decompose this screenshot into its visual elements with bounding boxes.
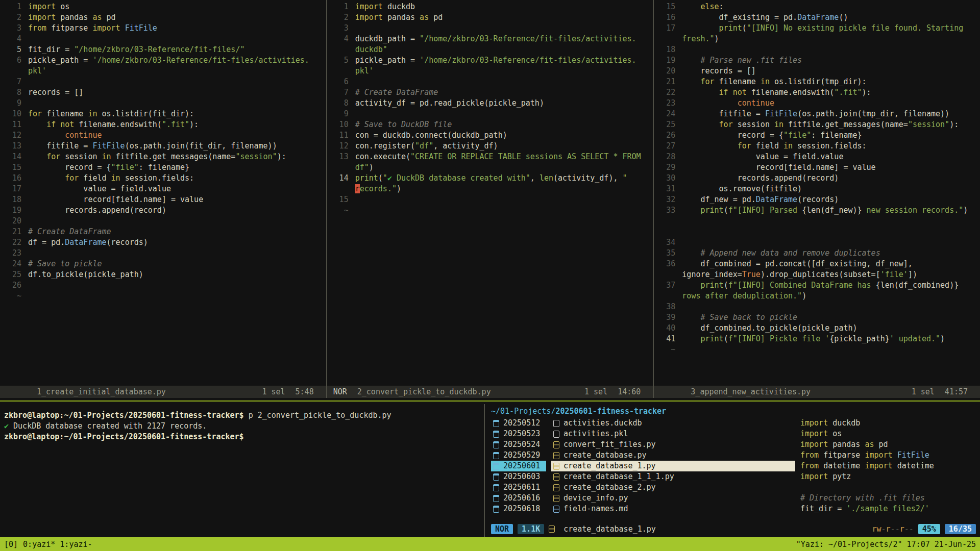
preview-line[interactable] — [800, 482, 976, 493]
code-line[interactable]: 26 record = {"file": filename} — [654, 130, 980, 141]
code-line[interactable]: 21# Create DataFrame — [0, 227, 326, 237]
code-line[interactable]: 5fit_dir = "/home/zkbro/03-Reference/fit… — [0, 44, 326, 55]
dir-item[interactable]: 20250529 — [491, 450, 546, 461]
preview-line[interactable]: import pandas as pd — [800, 439, 976, 450]
code-line[interactable]: 41 print(f"[INFO] Pickle file '{pickle_p… — [654, 334, 980, 344]
code-line[interactable]: 32 df_new = pd.DataFrame(records) — [654, 194, 980, 205]
code-line[interactable]: 9 — [0, 98, 326, 109]
code-area[interactable]: 1import duckdb2import pandas as pd34duck… — [327, 0, 653, 386]
code-line[interactable]: ignore_index=True).drop_duplicates(subse… — [654, 269, 980, 280]
code-line[interactable]: 36 df_combined = pd.concat([df_existing,… — [654, 259, 980, 269]
code-line[interactable]: 15 else: — [654, 2, 980, 12]
code-area[interactable]: 15 else:16 df_existing = pd.DataFrame()1… — [654, 0, 980, 386]
code-line[interactable]: 3from fitparse import FitFile — [0, 23, 326, 34]
terminal-line[interactable]: ✔ DuckDB database created with 2127 reco… — [4, 421, 484, 432]
code-line[interactable]: df") — [327, 162, 653, 173]
file-item[interactable]: field-names.md — [551, 504, 795, 514]
dir-item[interactable]: 20250603 — [491, 471, 546, 482]
code-line[interactable]: 18 — [654, 44, 980, 55]
dir-item[interactable]: 20250611 — [491, 482, 546, 493]
file-item[interactable]: create_database.py — [551, 450, 795, 461]
dir-item[interactable]: 20250512 — [491, 418, 546, 429]
code-line[interactable]: 10# Save to DuckDB file — [327, 119, 653, 130]
code-line[interactable]: 19 # Parse new .fit files — [654, 55, 980, 66]
code-line[interactable]: 10for filename in os.listdir(fit_dir): — [0, 109, 326, 119]
code-line[interactable]: 6pickle_path = '/home/zkbro/03-Reference… — [0, 55, 326, 66]
code-line[interactable]: pkl' — [0, 66, 326, 77]
code-line[interactable]: ~ — [0, 291, 326, 302]
preview-line[interactable]: import os — [800, 429, 976, 439]
code-line[interactable]: 4duckdb_path = "/home/zkbro/03-Reference… — [327, 34, 653, 44]
code-line[interactable]: pkl' — [327, 66, 653, 77]
code-line[interactable]: 20 records = [] — [654, 66, 980, 77]
code-line[interactable]: 1import duckdb — [327, 2, 653, 12]
code-line[interactable]: ~ — [327, 205, 653, 216]
code-line[interactable]: 19 records.append(record) — [0, 205, 326, 216]
dir-item[interactable]: 20250524 — [491, 439, 546, 450]
code-line[interactable]: 14 for session in fitfile.get_messages(n… — [0, 152, 326, 162]
terminal-line[interactable]: zkbro@laptop:~/01-Projects/20250601-fitn… — [4, 410, 484, 421]
code-line[interactable]: 15 record = {"file": filename} — [0, 162, 326, 173]
file-item[interactable]: create_database_1_1_1.py — [551, 471, 795, 482]
preview-line[interactable]: from fitparse import FitFile — [800, 450, 976, 461]
code-line[interactable]: 25df.to_pickle(pickle_path) — [0, 269, 326, 280]
code-line[interactable] — [654, 227, 980, 237]
code-line[interactable]: 16 for field in session.fields: — [0, 173, 326, 184]
code-line[interactable]: 38 — [654, 302, 980, 312]
file-item[interactable]: create_database_2.py — [551, 482, 795, 493]
code-line[interactable]: 20 — [0, 216, 326, 227]
dir-item[interactable]: 20250601 — [491, 461, 546, 471]
code-line[interactable]: 27 for field in session.fields: — [654, 141, 980, 152]
code-line[interactable]: 17 value = field.value — [0, 184, 326, 194]
code-line[interactable]: 5pickle_path = '/home/zkbro/03-Reference… — [327, 55, 653, 66]
code-line[interactable]: 7# Create DataFrame — [327, 87, 653, 98]
code-line[interactable]: fresh.") — [654, 34, 980, 44]
preview-line[interactable]: import duckdb — [800, 418, 976, 429]
file-item[interactable]: create_database_1.py — [551, 461, 795, 471]
code-line[interactable]: 34 — [654, 237, 980, 248]
code-line[interactable]: 2import pandas as pd — [0, 12, 326, 23]
code-line[interactable]: 8activity_df = pd.read_pickle(pickle_pat… — [327, 98, 653, 109]
code-line[interactable]: 7 — [0, 77, 326, 87]
file-item[interactable]: activities.duckdb — [551, 418, 795, 429]
code-line[interactable]: 22 if not filename.endswith(".fit"): — [654, 87, 980, 98]
code-line[interactable]: 2import pandas as pd — [327, 12, 653, 23]
code-line[interactable]: 4 — [0, 34, 326, 44]
file-item[interactable]: activities.pkl — [551, 429, 795, 439]
code-line[interactable]: 40 df_combined.to_pickle(pickle_path) — [654, 323, 980, 334]
preview-line[interactable]: import pytz — [800, 471, 976, 482]
code-line[interactable]: 13con.execute("CREATE OR REPLACE TABLE s… — [327, 152, 653, 162]
code-line[interactable]: 17 print("[INFO] No existing pickle file… — [654, 23, 980, 34]
preview-line[interactable]: from datetime import datetime — [800, 461, 976, 471]
code-line[interactable]: 13 fitfile = FitFile(os.path.join(fit_di… — [0, 141, 326, 152]
dir-item[interactable]: 20250618 — [491, 504, 546, 514]
code-line[interactable]: 37 print(f"[INFO] Combined DataFrame has… — [654, 280, 980, 291]
code-line[interactable]: 3 — [327, 23, 653, 34]
window-list[interactable]: 0:yazi* 1:yazi- — [23, 540, 92, 549]
code-line[interactable]: 24# Save to pickle — [0, 259, 326, 269]
code-line[interactable]: 22df = pd.DataFrame(records) — [0, 237, 326, 248]
code-line[interactable]: 35 # Append new data and remove duplicat… — [654, 248, 980, 259]
code-line[interactable]: 14print("✔ DuckDB database created with"… — [327, 173, 653, 184]
code-line[interactable]: 1import os — [0, 2, 326, 12]
code-line[interactable]: 26 — [0, 280, 326, 291]
code-line[interactable]: 28 value = field.value — [654, 152, 980, 162]
code-line[interactable]: 16 df_existing = pd.DataFrame() — [654, 12, 980, 23]
pane-divider-horizontal[interactable] — [0, 398, 980, 404]
code-line[interactable]: 9 — [327, 109, 653, 119]
code-line[interactable]: 18 record[field.name] = value — [0, 194, 326, 205]
code-line[interactable]: 39 # Save back to pickle — [654, 312, 980, 323]
preview-line[interactable]: # Directory with .fit files — [800, 493, 976, 504]
terminal-pane[interactable]: zkbro@laptop:~/01-Projects/20250601-fitn… — [0, 404, 484, 537]
code-line[interactable]: ~ — [654, 344, 980, 355]
code-line[interactable]: 8records = [] — [0, 87, 326, 98]
code-line[interactable]: 23 continue — [654, 98, 980, 109]
file-item[interactable]: device_info.py — [551, 493, 795, 504]
code-line[interactable]: 21 for filename in os.listdir(tmp_dir): — [654, 77, 980, 87]
code-line[interactable]: 6 — [327, 77, 653, 87]
code-line[interactable]: 11 if not filename.endswith(".fit"): — [0, 119, 326, 130]
code-line[interactable]: rows after deduplication.") — [654, 291, 980, 302]
code-line[interactable]: 30 records.append(record) — [654, 173, 980, 184]
code-line[interactable]: 33 print(f"[INFO] Parsed {len(df_new)} n… — [654, 205, 980, 216]
code-line[interactable]: 25 for session in fitfile.get_messages(n… — [654, 119, 980, 130]
